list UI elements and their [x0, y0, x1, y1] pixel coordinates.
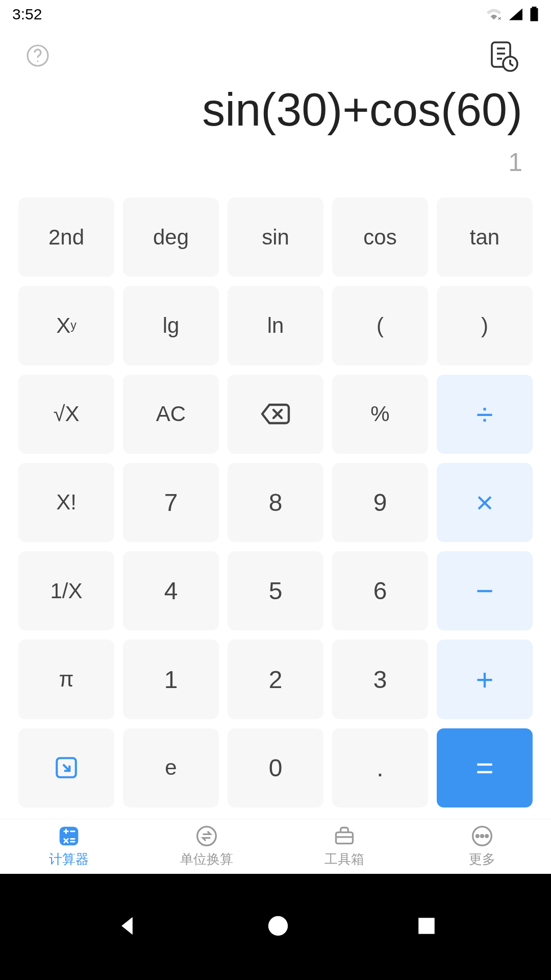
key-6[interactable]: 6	[332, 551, 428, 630]
nav-label: 单位换算	[180, 850, 233, 868]
key-2[interactable]: 2	[228, 640, 323, 719]
key-4[interactable]: 4	[123, 551, 219, 630]
key-sin[interactable]: sin	[228, 198, 323, 277]
key-equals[interactable]: =	[437, 728, 533, 807]
svg-text:×: ×	[498, 15, 502, 21]
key-rparen[interactable]: )	[437, 286, 533, 365]
key-collapse[interactable]	[18, 728, 114, 807]
key-percent[interactable]: %	[332, 375, 428, 454]
key-0[interactable]: 0	[228, 728, 323, 807]
calc-icon	[58, 825, 80, 847]
keypad: 2nddegsincostanXylgln()√XAC%÷X!789×1/X45…	[0, 198, 551, 819]
battery-icon	[530, 7, 539, 22]
nav-label: 更多	[469, 850, 495, 868]
svg-point-16	[476, 835, 479, 838]
android-home-button[interactable]	[266, 914, 290, 940]
key-divide[interactable]: ÷	[437, 375, 533, 454]
key-pi[interactable]: π	[18, 640, 114, 719]
more-icon	[471, 825, 493, 847]
key-plus[interactable]: +	[437, 640, 533, 719]
key-sqrt[interactable]: √X	[18, 375, 114, 454]
nav-more[interactable]: 更多	[413, 819, 551, 874]
key-tan[interactable]: tan	[437, 198, 533, 277]
android-nav-bar	[0, 874, 551, 980]
nav-calc[interactable]: 计算器	[0, 819, 138, 874]
key-3[interactable]: 3	[332, 640, 428, 719]
key-7[interactable]: 7	[123, 463, 219, 542]
result: 1	[29, 148, 522, 177]
key-multiply[interactable]: ×	[437, 463, 533, 542]
android-back-button[interactable]	[114, 913, 140, 941]
key-cos[interactable]: cos	[332, 198, 428, 277]
expression: sin(30)+cos(60)	[29, 85, 522, 135]
key-lparen[interactable]: (	[332, 286, 428, 365]
key-deg[interactable]: deg	[123, 198, 219, 277]
key-e[interactable]: e	[123, 728, 219, 807]
status-icons: ×	[486, 7, 539, 22]
svg-point-2	[37, 60, 38, 62]
signal-icon	[508, 8, 523, 21]
key-lg[interactable]: lg	[123, 286, 219, 365]
status-bar: 3:52 ×	[0, 0, 551, 29]
key-2nd[interactable]: 2nd	[18, 198, 114, 277]
key-factorial[interactable]: X!	[18, 463, 114, 542]
help-icon[interactable]	[26, 43, 50, 70]
nav-convert[interactable]: 单位换算	[138, 819, 276, 874]
history-icon[interactable]	[488, 39, 520, 74]
key-dot[interactable]: .	[332, 728, 428, 807]
toolbox-icon	[333, 825, 356, 847]
nav-toolbox[interactable]: 工具箱	[276, 819, 413, 874]
key-power[interactable]: Xy	[18, 286, 114, 365]
svg-rect-20	[418, 918, 435, 934]
svg-point-18	[486, 835, 488, 838]
status-time: 3:52	[12, 6, 42, 23]
wifi-off-icon: ×	[486, 8, 502, 21]
key-ln[interactable]: ln	[228, 286, 323, 365]
key-reciprocal[interactable]: 1/X	[18, 551, 114, 630]
key-minus[interactable]: −	[437, 551, 533, 630]
bottom-nav: 计算器单位换算工具箱更多	[0, 819, 551, 874]
nav-label: 计算器	[49, 850, 89, 868]
svg-rect-11	[60, 827, 79, 846]
key-5[interactable]: 5	[228, 551, 323, 630]
key-9[interactable]: 9	[332, 463, 428, 542]
key-8[interactable]: 8	[228, 463, 323, 542]
convert-icon	[195, 825, 218, 847]
svg-point-19	[268, 916, 288, 936]
svg-rect-13	[336, 832, 353, 844]
key-backspace[interactable]	[228, 375, 323, 454]
header	[0, 29, 551, 85]
svg-point-12	[197, 827, 216, 846]
svg-point-17	[481, 835, 484, 838]
display: sin(30)+cos(60) 1	[0, 85, 551, 198]
key-1[interactable]: 1	[123, 640, 219, 719]
android-recent-button[interactable]	[416, 915, 437, 939]
nav-label: 工具箱	[324, 850, 364, 868]
key-ac[interactable]: AC	[123, 375, 219, 454]
